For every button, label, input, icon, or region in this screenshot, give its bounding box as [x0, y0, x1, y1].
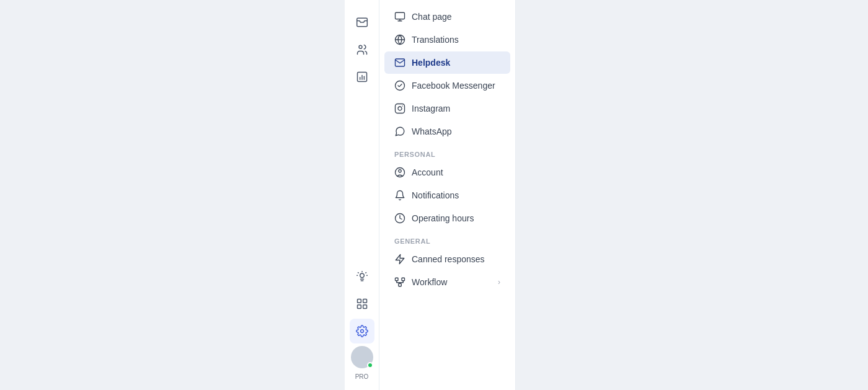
submenu-item-account-label: Account — [412, 167, 443, 177]
section-label-general: GENERAL — [379, 230, 515, 247]
user-circle-icon — [394, 167, 405, 178]
sidebar: PRO — [345, 0, 379, 390]
workflow-icon — [394, 277, 405, 288]
submenu-item-account[interactable]: Account — [384, 161, 510, 184]
sidebar-icon-ideas[interactable] — [350, 264, 374, 289]
sidebar-icon-grid[interactable] — [350, 291, 374, 316]
sidebar-icon-contacts[interactable] — [350, 37, 374, 62]
submenu-item-chat-page-label: Chat page — [412, 12, 452, 22]
instagram-icon — [394, 103, 405, 114]
svg-rect-6 — [357, 305, 361, 309]
svg-point-8 — [360, 330, 363, 333]
submenu-item-helpdesk[interactable]: Helpdesk — [384, 51, 510, 74]
submenu-item-workflow-label: Workflow — [412, 277, 447, 287]
svg-point-3 — [360, 273, 364, 278]
sidebar-bottom: PRO — [351, 346, 373, 380]
sidebar-icon-inbox[interactable] — [350, 10, 374, 35]
submenu-item-whatsapp-label: WhatsApp — [412, 126, 452, 136]
globe-icon — [394, 34, 405, 45]
submenu-item-operating-hours[interactable]: Operating hours — [384, 207, 510, 229]
settings-submenu: Chat page Translations Helpdesk — [379, 0, 516, 390]
email-icon — [394, 57, 405, 68]
section-label-personal: PERSONAL — [379, 143, 515, 161]
facebook-icon — [394, 80, 405, 91]
svg-point-16 — [399, 170, 402, 173]
whatsapp-icon — [394, 126, 405, 137]
avatar-online-dot — [367, 362, 373, 368]
avatar[interactable] — [351, 346, 373, 368]
submenu-item-canned-responses[interactable]: Canned responses — [384, 248, 510, 270]
submenu-item-chat-page[interactable]: Chat page — [384, 6, 510, 28]
sidebar-icon-settings[interactable] — [350, 319, 374, 343]
svg-rect-9 — [396, 12, 405, 19]
submenu-item-workflow[interactable]: Workflow › — [384, 271, 510, 293]
submenu-item-instagram[interactable]: Instagram — [384, 97, 510, 120]
bell-icon — [394, 190, 405, 201]
submenu-item-instagram-label: Instagram — [412, 104, 450, 113]
monitor-icon — [394, 11, 405, 22]
chevron-right-icon: › — [498, 278, 500, 286]
svg-point-13 — [398, 107, 402, 110]
submenu-item-facebook-messenger[interactable]: Facebook Messenger — [384, 74, 510, 97]
submenu-item-whatsapp[interactable]: WhatsApp — [384, 120, 510, 143]
clock-icon — [394, 213, 405, 224]
svg-rect-7 — [363, 305, 366, 309]
svg-rect-12 — [396, 104, 405, 113]
submenu-item-notifications[interactable]: Notifications — [384, 184, 510, 206]
svg-marker-18 — [396, 255, 404, 264]
submenu-item-notifications-label: Notifications — [412, 190, 459, 200]
svg-point-1 — [359, 45, 362, 48]
svg-rect-5 — [363, 299, 366, 303]
submenu-item-helpdesk-label: Helpdesk — [412, 58, 450, 68]
svg-point-14 — [402, 105, 403, 107]
submenu-item-operating-hours-label: Operating hours — [412, 213, 474, 223]
bolt-icon — [394, 254, 405, 265]
submenu-item-translations-label: Translations — [412, 35, 459, 45]
svg-rect-4 — [357, 299, 361, 303]
submenu-item-facebook-messenger-label: Facebook Messenger — [412, 81, 495, 91]
avatar-label: PRO — [355, 373, 369, 380]
sidebar-icon-reports[interactable] — [350, 64, 374, 89]
submenu-item-translations[interactable]: Translations — [384, 29, 510, 51]
submenu-item-canned-responses-label: Canned responses — [412, 254, 485, 264]
